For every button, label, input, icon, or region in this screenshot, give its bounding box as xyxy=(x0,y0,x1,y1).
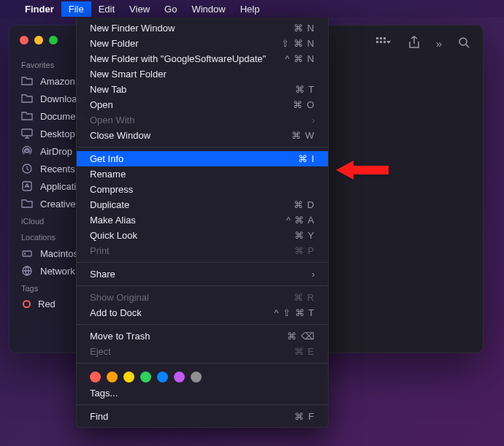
sidebar-item-label: AirDrop xyxy=(40,146,72,157)
file-menu-dropdown: New Finder Window⌘ NNew Folder⇧ ⌘ NNew F… xyxy=(76,18,329,428)
svg-rect-11 xyxy=(380,41,382,43)
menu-item[interactable]: Tags... xyxy=(77,385,328,401)
sidebar-item-label: Recents xyxy=(40,164,75,174)
menu-shortcut: ⌘ W xyxy=(291,130,315,141)
menu-item[interactable]: Duplicate⌘ D xyxy=(77,197,328,212)
menu-separator xyxy=(77,363,328,364)
menu-item-label: Open xyxy=(90,99,113,110)
svg-rect-7 xyxy=(376,37,378,39)
menu-shortcut: ⌘ Y xyxy=(294,230,315,241)
menu-item[interactable]: Share› xyxy=(77,266,328,282)
tag-color-swatch[interactable] xyxy=(107,372,118,382)
menu-item[interactable]: New Finder Window⌘ N xyxy=(77,20,328,36)
menu-item: Print⌘ P xyxy=(77,243,328,258)
sidebar-item-label: Network xyxy=(40,266,75,277)
menubar-view[interactable]: View xyxy=(122,1,157,17)
menu-item[interactable]: Close Window⌘ W xyxy=(77,128,328,143)
menu-shortcut: ⌘ F xyxy=(294,411,315,422)
more-icon[interactable]: » xyxy=(436,37,442,50)
menu-shortcut: ^ ⇧ ⌘ T xyxy=(274,307,315,318)
menu-shortcut: ⇧ ⌘ N xyxy=(281,38,315,49)
menu-item: Open With› xyxy=(77,112,328,128)
menu-item[interactable]: Find⌘ F xyxy=(77,409,328,424)
menu-item-label: Share xyxy=(90,269,115,280)
folder-icon xyxy=(21,198,33,209)
view-options-icon[interactable] xyxy=(376,37,392,50)
menu-shortcut: ⌘ R xyxy=(294,292,315,303)
menu-tag-colors xyxy=(77,367,328,385)
menu-item-label: Find xyxy=(90,411,108,422)
menu-separator xyxy=(77,147,328,147)
menubar-help[interactable]: Help xyxy=(233,1,267,17)
menubar-window[interactable]: Window xyxy=(184,1,232,17)
menu-item-label: Quick Look xyxy=(90,230,137,241)
menubar-file[interactable]: File xyxy=(61,1,91,17)
tag-red-icon xyxy=(23,300,31,308)
menu-separator xyxy=(77,404,328,405)
menu-item-label: New Tab xyxy=(90,84,126,95)
tag-color-swatch[interactable] xyxy=(157,372,168,382)
menu-item[interactable]: New Folder with "GoogleSoftwareUpdate"^ … xyxy=(77,51,328,66)
menu-item-label: New Finder Window xyxy=(90,23,175,34)
svg-point-13 xyxy=(459,38,467,45)
desktop-icon xyxy=(21,128,33,139)
tag-color-swatch[interactable] xyxy=(174,372,185,382)
menu-item[interactable]: New Folder⇧ ⌘ N xyxy=(77,36,328,51)
menu-shortcut: ^ ⌘ A xyxy=(286,215,315,226)
menu-separator xyxy=(77,285,328,286)
menu-item[interactable]: Open⌘ O xyxy=(77,97,328,112)
menu-item[interactable]: New Smart Folder xyxy=(77,66,328,82)
tag-color-swatch[interactable] xyxy=(90,372,101,382)
menubar-app-name[interactable]: Finder xyxy=(18,1,61,17)
menu-item[interactable]: New Tab⌘ T xyxy=(77,82,328,97)
menu-item-label: Compress xyxy=(90,184,133,195)
menu-item[interactable]: Rename xyxy=(77,166,328,182)
svg-point-1 xyxy=(26,150,28,153)
menu-shortcut: ⌘ P xyxy=(294,245,315,256)
menu-item: Eject⌘ E xyxy=(77,344,328,359)
maximize-button[interactable] xyxy=(49,36,58,45)
menu-item-label: Eject xyxy=(90,346,111,357)
menu-item[interactable]: Get Info⌘ I xyxy=(77,151,328,166)
menu-item-label: Show Original xyxy=(90,292,149,303)
svg-marker-14 xyxy=(336,161,389,180)
menu-item-label: Add to Dock xyxy=(90,307,142,318)
tag-color-swatch[interactable] xyxy=(191,372,202,382)
sidebar-item-label: Red xyxy=(38,299,56,309)
share-icon[interactable] xyxy=(408,36,420,51)
folder-icon xyxy=(21,110,33,122)
svg-rect-8 xyxy=(380,37,382,39)
menu-item-label: Get Info xyxy=(90,153,123,164)
clock-icon xyxy=(21,163,33,174)
app-icon xyxy=(21,180,33,192)
tag-color-swatch[interactable] xyxy=(123,372,134,382)
menu-item-label: Open With xyxy=(90,115,134,126)
svg-rect-12 xyxy=(383,41,386,43)
menu-item-label: New Folder xyxy=(90,38,138,49)
search-icon[interactable] xyxy=(458,36,470,50)
menu-item-label: Close Window xyxy=(90,130,150,141)
menu-shortcut: ⌘ ⌫ xyxy=(287,331,315,342)
menubar-edit[interactable]: Edit xyxy=(91,1,122,17)
menu-shortcut: ⌘ N xyxy=(294,23,315,34)
menu-item-label: Make Alias xyxy=(90,215,136,226)
tag-color-swatch[interactable] xyxy=(140,372,151,382)
close-button[interactable] xyxy=(20,36,28,45)
menubar-go[interactable]: Go xyxy=(157,1,184,17)
menu-item-label: Move to Trash xyxy=(90,331,150,342)
svg-rect-10 xyxy=(376,41,378,43)
minimize-button[interactable] xyxy=(34,36,43,45)
menu-item[interactable]: Compress xyxy=(77,182,328,197)
menu-separator xyxy=(77,262,328,263)
menu-item[interactable]: Quick Look⌘ Y xyxy=(77,228,328,243)
system-menubar: Finder File Edit View Go Window Help xyxy=(0,0,504,18)
svg-rect-0 xyxy=(22,129,32,136)
svg-rect-9 xyxy=(383,37,386,39)
menu-item[interactable]: Make Alias^ ⌘ A xyxy=(77,212,328,228)
menu-item[interactable]: Move to Trash⌘ ⌫ xyxy=(77,328,328,344)
menu-item[interactable]: Add to Dock^ ⇧ ⌘ T xyxy=(77,305,328,320)
globe-icon xyxy=(21,265,33,277)
folder-icon xyxy=(21,93,33,104)
menu-shortcut: ⌘ E xyxy=(294,346,315,357)
menu-separator xyxy=(77,324,328,325)
